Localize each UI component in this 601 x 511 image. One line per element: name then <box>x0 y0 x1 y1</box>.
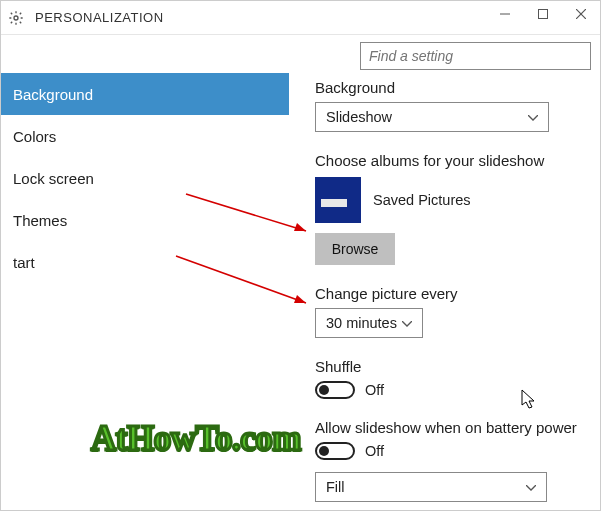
toggle-knob <box>319 385 329 395</box>
toggle-state: Off <box>365 443 384 459</box>
window-title: PERSONALIZATION <box>35 10 164 25</box>
sidebar: Background Colors Lock screen Themes tar… <box>1 35 289 510</box>
toggle-knob <box>319 446 329 456</box>
sidebar-item-label: Lock screen <box>13 170 94 187</box>
sidebar-item-themes[interactable]: Themes <box>1 199 289 241</box>
battery-toggle-row: Off <box>315 442 580 460</box>
shuffle-section: Shuffle Off <box>315 358 580 399</box>
browse-button[interactable]: Browse <box>315 233 395 265</box>
change-picture-label: Change picture every <box>315 285 580 302</box>
sidebar-item-colors[interactable]: Colors <box>1 115 289 157</box>
shuffle-label: Shuffle <box>315 358 580 375</box>
change-picture-section: Change picture every 30 minutes <box>315 285 580 338</box>
settings-window: PERSONALIZATION Background Colors Lock <box>0 0 601 511</box>
sidebar-item-lockscreen[interactable]: Lock screen <box>1 157 289 199</box>
close-button[interactable] <box>562 1 600 27</box>
album-tile[interactable]: Saved Pictures <box>315 177 580 223</box>
background-dropdown[interactable]: Slideshow <box>315 102 549 132</box>
background-section: Background Slideshow <box>315 79 580 132</box>
background-label: Background <box>315 79 580 96</box>
battery-label: Allow slideshow when on battery power <box>315 419 580 436</box>
shuffle-toggle-row: Off <box>315 381 580 399</box>
sidebar-item-label: tart <box>13 254 35 271</box>
albums-label: Choose albums for your slideshow <box>315 152 580 169</box>
sidebar-item-label: Colors <box>13 128 56 145</box>
gear-icon <box>7 9 25 27</box>
album-name: Saved Pictures <box>373 192 471 208</box>
album-thumbnail-icon <box>315 177 361 223</box>
fit-dropdown[interactable]: Fill <box>315 472 547 502</box>
content-panel: Background Slideshow Choose albums for y… <box>289 35 600 510</box>
sidebar-item-label: Background <box>13 86 93 103</box>
dropdown-value: Slideshow <box>326 109 392 125</box>
window-controls <box>486 1 600 27</box>
battery-toggle[interactable] <box>315 442 355 460</box>
albums-section: Choose albums for your slideshow Saved P… <box>315 152 580 265</box>
chevron-down-icon <box>528 111 538 123</box>
dropdown-value: Fill <box>326 479 345 495</box>
chevron-down-icon <box>402 317 412 329</box>
sidebar-item-label: Themes <box>13 212 67 229</box>
sidebar-item-start[interactable]: tart <box>1 241 289 283</box>
dropdown-value: 30 minutes <box>326 315 397 331</box>
sidebar-item-background[interactable]: Background <box>1 73 289 115</box>
toggle-state: Off <box>365 382 384 398</box>
change-interval-dropdown[interactable]: 30 minutes <box>315 308 423 338</box>
svg-point-0 <box>14 16 18 20</box>
chevron-down-icon <box>526 481 536 493</box>
battery-section: Allow slideshow when on battery power Of… <box>315 419 580 460</box>
titlebar: PERSONALIZATION <box>1 1 600 35</box>
fit-section: Fill <box>315 472 580 502</box>
shuffle-toggle[interactable] <box>315 381 355 399</box>
minimize-button[interactable] <box>486 1 524 27</box>
button-label: Browse <box>332 241 379 257</box>
svg-rect-2 <box>539 10 548 19</box>
maximize-button[interactable] <box>524 1 562 27</box>
